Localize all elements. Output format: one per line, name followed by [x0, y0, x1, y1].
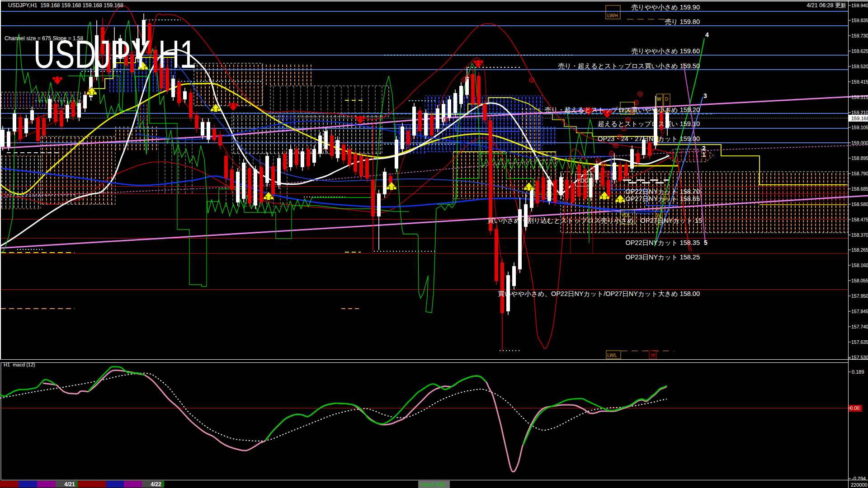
svg-text:157.845: 157.845: [851, 309, 868, 314]
svg-text:0.00: 0.00: [850, 405, 859, 411]
svg-text:159.940: 159.940: [851, 3, 868, 8]
svg-text:OP27日NYカット 158.65: OP27日NYカット 158.65: [625, 195, 700, 202]
svg-text:売りやや小さめ 159.60: 売りやや小さめ 159.60: [631, 47, 700, 55]
svg-text:4/21 06:28 更新: 4/21 06:28 更新: [807, 2, 846, 9]
svg-text:売り・超えるとストップロス買い小さめ 159.50: 売り・超えるとストップロス買い小さめ 159.50: [558, 62, 700, 70]
svg-text:158.790: 158.790: [851, 171, 868, 176]
svg-text:158.580: 158.580: [851, 202, 868, 207]
svg-text:159.105: 159.105: [851, 125, 868, 130]
svg-text:1: 1: [702, 151, 706, 158]
svg-text:OP22日NYカット 158.35: OP22日NYカット 158.35: [625, 239, 700, 246]
svg-text:158.160: 158.160: [851, 263, 868, 268]
svg-text:OP23日NYカット 158.25: OP23日NYカット 158.25: [625, 253, 700, 261]
svg-text:売りやや小さめ 159.90: 売りやや小さめ 159.90: [631, 4, 700, 11]
svg-text:macd ON: macd ON: [420, 481, 445, 488]
svg-text:159.625: 159.625: [851, 48, 868, 54]
svg-text:159.835: 159.835: [851, 18, 868, 23]
svg-text:157.530: 157.530: [851, 355, 868, 360]
svg-text:売り・超えるとストップロス買いやや小さめ 159.20: 売り・超えるとストップロス買いやや小さめ 159.20: [545, 106, 700, 113]
svg-text:158.265: 158.265: [851, 247, 868, 253]
svg-text:159.520: 159.520: [851, 64, 868, 69]
svg-text:158.685: 158.685: [851, 186, 868, 192]
svg-text:4/22: 4/22: [151, 481, 161, 488]
svg-text:4/21: 4/21: [64, 481, 75, 488]
svg-text:LWL: LWL: [607, 352, 617, 358]
svg-text:D: D: [665, 97, 668, 102]
svg-text:LWH: LWH: [607, 13, 618, 18]
svg-text:5: 5: [704, 239, 708, 246]
svg-text:売り 159.80: 売り 159.80: [665, 18, 700, 25]
svg-text:220000: 220000: [851, 482, 868, 488]
svg-text:買い小さめ・割り込むとストップロス売り小さめ、OP27日NY: 買い小さめ・割り込むとストップロス売り小さめ、OP27日NYカット 15: [487, 217, 702, 224]
svg-text:157.950: 157.950: [851, 293, 868, 299]
svg-text:159.415: 159.415: [851, 79, 868, 84]
svg-text:0.189: 0.189: [852, 369, 864, 375]
svg-text:H1 macd (12): H1 macd (12): [4, 362, 35, 367]
svg-text:OP23・24・27日NYカット 159.00: OP23・24・27日NYカット 159.00: [598, 135, 700, 142]
svg-text:158.370: 158.370: [851, 232, 868, 238]
svg-text:159.168: 159.168: [851, 116, 868, 121]
svg-text:USDJPY,H1 159.168 159.168 159: USDJPY,H1 159.168 159.168 159.168 159.16…: [8, 2, 123, 9]
svg-text:OP22日NYカット 158.70: OP22日NYカット 158.70: [625, 188, 700, 195]
svg-text:158.055: 158.055: [851, 278, 868, 283]
svg-text:超えるとストップロス買い 159.10: 超えるとストップロス買い 159.10: [598, 120, 700, 127]
svg-text:YDC: YDC: [577, 178, 589, 184]
svg-text:159.210: 159.210: [851, 110, 868, 115]
svg-text:159.000: 159.000: [851, 140, 868, 145]
svg-text:3: 3: [703, 92, 707, 99]
svg-text:買いやや小さめ、OP22日NYカット/OP27日NYカット大: 買いやや小さめ、OP22日NYカット/OP27日NYカット大きめ 158.00: [498, 290, 700, 297]
svg-text:158.475: 158.475: [851, 217, 868, 222]
svg-text:M: M: [651, 352, 655, 358]
svg-text:158.895: 158.895: [851, 155, 868, 161]
svg-text:159.315: 159.315: [851, 94, 868, 100]
svg-text:157.635: 157.635: [851, 339, 868, 345]
svg-text:-0.294: -0.294: [852, 476, 866, 481]
svg-text:159.730: 159.730: [851, 33, 868, 38]
svg-text:W: W: [657, 97, 661, 102]
svg-text:4: 4: [705, 31, 709, 38]
svg-text:157.740: 157.740: [851, 324, 868, 329]
svg-text:USDJPY H1: USDJPY H1: [33, 32, 196, 76]
